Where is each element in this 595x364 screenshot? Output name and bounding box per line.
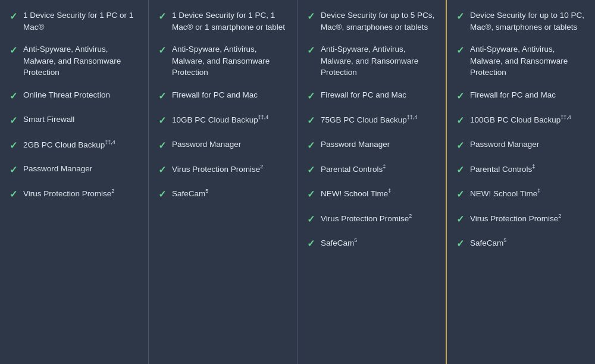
check-icon: ✓ bbox=[158, 164, 166, 177]
check-icon: ✓ bbox=[456, 237, 464, 250]
feature-list-col1: ✓1 Device Security for 1 PC or 1 Mac®✓An… bbox=[10, 10, 139, 202]
feature-superscript: ‡ bbox=[383, 164, 386, 170]
check-icon: ✓ bbox=[158, 90, 166, 103]
list-item: ✓Password Manager bbox=[456, 139, 585, 152]
list-item: ✓Device Security for up to 5 PCs, Mac®, … bbox=[307, 10, 436, 33]
list-item: ✓1 Device Security for 1 PC or 1 Mac® bbox=[10, 10, 139, 33]
feature-text: Firewall for PC and Mac bbox=[321, 89, 406, 101]
feature-superscript: 2 bbox=[558, 213, 561, 219]
check-icon: ✓ bbox=[307, 237, 315, 250]
check-icon: ✓ bbox=[10, 10, 17, 23]
feature-superscript: ‡ bbox=[388, 188, 391, 194]
feature-text: NEW! School Time‡ bbox=[470, 187, 540, 199]
feature-text: Online Threat Protection bbox=[23, 89, 110, 101]
list-item: ✓Parental Controls‡ bbox=[307, 163, 436, 177]
check-icon: ✓ bbox=[307, 10, 315, 23]
list-item: ✓Firewall for PC and Mac bbox=[307, 89, 436, 103]
list-item: ✓Virus Protection Promise2 bbox=[10, 187, 139, 201]
list-item: ✓Anti-Spyware, Antivirus, Malware, and R… bbox=[307, 43, 436, 79]
feature-text: Anti-Spyware, Antivirus, Malware, and Ra… bbox=[321, 43, 436, 79]
list-item: ✓100GB PC Cloud Backup‡‡,4 bbox=[456, 114, 585, 127]
check-icon: ✓ bbox=[456, 90, 464, 103]
check-icon: ✓ bbox=[158, 10, 166, 23]
list-item: ✓Anti-Spyware, Antivirus, Malware, and R… bbox=[456, 43, 585, 79]
check-icon: ✓ bbox=[456, 114, 464, 127]
check-icon: ✓ bbox=[307, 44, 315, 57]
feature-text: Virus Protection Promise2 bbox=[172, 163, 263, 175]
list-item: ✓2GB PC Cloud Backup‡‡,4 bbox=[10, 139, 139, 152]
list-item: ✓Virus Protection Promise2 bbox=[456, 212, 585, 226]
feature-text: NEW! School Time‡ bbox=[321, 187, 391, 199]
feature-text: Virus Protection Promise2 bbox=[470, 212, 561, 224]
list-item: ✓NEW! School Time‡ bbox=[456, 187, 585, 201]
feature-text: Firewall for PC and Mac bbox=[470, 89, 556, 101]
check-icon: ✓ bbox=[456, 10, 464, 23]
check-icon: ✓ bbox=[10, 164, 17, 177]
check-icon: ✓ bbox=[158, 139, 166, 152]
column-2: ✓1 Device Security for 1 PC, 1 Mac® or 1… bbox=[149, 0, 298, 364]
feature-text: Device Security for up to 10 PC, Mac®, s… bbox=[470, 10, 585, 33]
feature-text: 2GB PC Cloud Backup‡‡,4 bbox=[23, 139, 115, 150]
list-item: ✓SafeCam5 bbox=[307, 237, 436, 250]
feature-superscript: 2 bbox=[111, 188, 114, 194]
check-icon: ✓ bbox=[158, 114, 166, 127]
list-item: ✓75GB PC Cloud Backup‡‡,4 bbox=[307, 114, 436, 127]
feature-superscript: 5 bbox=[354, 237, 357, 243]
feature-text: Password Manager bbox=[23, 163, 92, 175]
list-item: ✓1 Device Security for 1 PC, 1 Mac® or 1… bbox=[158, 10, 287, 33]
feature-text: 75GB PC Cloud Backup‡‡,4 bbox=[321, 114, 417, 125]
feature-text: Anti-Spyware, Antivirus, Malware, and Ra… bbox=[172, 43, 287, 79]
check-icon: ✓ bbox=[10, 188, 17, 201]
list-item: ✓NEW! School Time‡ bbox=[307, 187, 436, 201]
check-icon: ✓ bbox=[307, 188, 315, 201]
check-icon: ✓ bbox=[307, 114, 315, 127]
feature-text: SafeCam5 bbox=[321, 237, 357, 249]
column-1: ✓1 Device Security for 1 PC or 1 Mac®✓An… bbox=[0, 0, 149, 364]
list-item: ✓Virus Protection Promise2 bbox=[158, 163, 287, 177]
check-icon: ✓ bbox=[307, 164, 315, 177]
column-4: ✓Device Security for up to 10 PC, Mac®, … bbox=[447, 0, 595, 364]
feature-text: 1 Device Security for 1 PC or 1 Mac® bbox=[23, 10, 139, 33]
check-icon: ✓ bbox=[456, 188, 464, 201]
list-item: ✓Smart Firewall bbox=[10, 114, 139, 127]
feature-text: Device Security for up to 5 PCs, Mac®, s… bbox=[321, 10, 436, 33]
check-icon: ✓ bbox=[456, 164, 464, 177]
check-icon: ✓ bbox=[10, 90, 17, 103]
feature-text: 1 Device Security for 1 PC, 1 Mac® or 1 … bbox=[172, 10, 287, 33]
feature-superscript: ‡‡,4 bbox=[560, 114, 571, 120]
feature-text: Password Manager bbox=[470, 139, 539, 150]
check-icon: ✓ bbox=[10, 114, 17, 127]
feature-text: Parental Controls‡ bbox=[470, 163, 535, 175]
feature-text: Firewall for PC and Mac bbox=[172, 89, 258, 101]
feature-text: Virus Protection Promise2 bbox=[321, 212, 412, 224]
list-item: ✓Password Manager bbox=[307, 139, 436, 152]
feature-list-col3: ✓Device Security for up to 5 PCs, Mac®, … bbox=[307, 10, 436, 251]
feature-text: Anti-Spyware, Antivirus, Malware, and Ra… bbox=[470, 43, 585, 79]
check-icon: ✓ bbox=[307, 90, 315, 103]
columns-wrapper: ✓1 Device Security for 1 PC or 1 Mac®✓An… bbox=[0, 0, 595, 364]
feature-superscript: ‡ bbox=[537, 188, 540, 194]
check-icon: ✓ bbox=[307, 139, 315, 152]
list-item: ✓SafeCam5 bbox=[456, 237, 585, 250]
feature-superscript: 2 bbox=[260, 164, 263, 170]
feature-text: 10GB PC Cloud Backup‡‡,4 bbox=[172, 114, 268, 125]
list-item: ✓Firewall for PC and Mac bbox=[456, 89, 585, 103]
check-icon: ✓ bbox=[456, 213, 464, 226]
check-icon: ✓ bbox=[10, 139, 17, 152]
feature-superscript: ‡‡,4 bbox=[258, 114, 269, 120]
feature-text: SafeCam5 bbox=[470, 237, 506, 249]
check-icon: ✓ bbox=[158, 188, 166, 201]
feature-text: Password Manager bbox=[321, 139, 390, 150]
list-item: ✓Virus Protection Promise2 bbox=[307, 212, 436, 226]
feature-superscript: ‡‡,4 bbox=[105, 139, 115, 145]
feature-list-col2: ✓1 Device Security for 1 PC, 1 Mac® or 1… bbox=[158, 10, 287, 202]
list-item: ✓Firewall for PC and Mac bbox=[158, 89, 287, 103]
feature-text: SafeCam5 bbox=[172, 187, 208, 199]
feature-superscript: ‡ bbox=[532, 164, 535, 170]
feature-superscript: 5 bbox=[503, 237, 506, 243]
column-3: ✓Device Security for up to 5 PCs, Mac®, … bbox=[298, 0, 447, 364]
check-icon: ✓ bbox=[10, 44, 17, 57]
list-item: ✓Device Security for up to 10 PC, Mac®, … bbox=[456, 10, 585, 33]
feature-superscript: 5 bbox=[205, 188, 208, 194]
feature-text: Virus Protection Promise2 bbox=[23, 187, 114, 199]
